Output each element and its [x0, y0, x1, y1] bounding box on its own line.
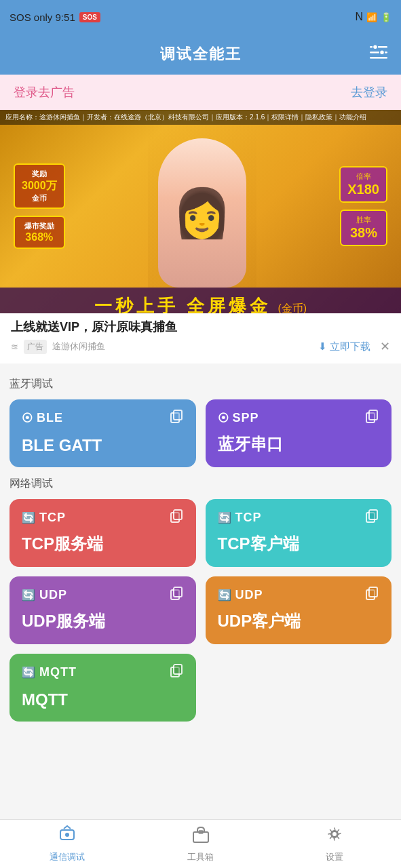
go-login-button[interactable]: 去登录	[351, 84, 387, 100]
rate2-num: 38%	[348, 225, 379, 241]
ble-gatt-button[interactable]: ⦿ BLE BLE GATT	[9, 399, 196, 467]
ad-icon: ≋	[11, 342, 18, 352]
ad-top-bar: 应用名称：途游休闲捕鱼｜开发者：在线途游（北京）科技有限公司｜应用版本：2.1.…	[0, 110, 401, 125]
spp-button[interactable]: ⦿ SPP 蓝牙串口	[206, 399, 392, 467]
nav-settings[interactable]: 设置	[267, 825, 401, 863]
settings-nav-icon	[325, 825, 344, 848]
nav-toolbox[interactable]: 工具箱	[134, 825, 267, 863]
svg-rect-6	[174, 410, 182, 420]
download-text: 立即下载	[330, 340, 370, 353]
mqtt-icon: 🔄	[22, 666, 36, 679]
ad-title: 上线就送VIP，原汁原味真捕鱼	[0, 313, 401, 338]
copy-icon-tcp-client[interactable]	[364, 509, 379, 527]
download-icon: ⬇	[318, 340, 327, 353]
bottom-nav: 通信调试 工具箱 设置	[0, 819, 401, 868]
nfc-icon: N	[355, 11, 363, 23]
tcp-client-badge: 🔄 TCP	[218, 511, 262, 525]
prize2-label: 爆市奖励	[22, 221, 57, 231]
ad-banner: 登录去广告 去登录	[0, 75, 401, 110]
status-bar: SOS only 9:51 SOS N 📶 🔋	[0, 0, 401, 34]
mqtt-badge: 🔄 MQTT	[22, 665, 77, 679]
copy-icon-udp-server[interactable]	[169, 586, 184, 604]
svg-rect-18	[174, 665, 182, 674]
prize-unit: 金币	[22, 193, 57, 203]
ble-btn-top: ⦿ BLE	[22, 409, 184, 427]
ad-prizes-right: 倍率 X180 胜率 38%	[339, 166, 387, 246]
udp-server-top: 🔄 UDP	[22, 586, 184, 604]
prize-box-1: 奖励 3000万 金币	[14, 163, 65, 209]
network-grid: 🔄 TCP TCP服务端 🔄 TCP	[9, 499, 392, 644]
mqtt-badge-text: MQTT	[39, 665, 77, 679]
udp-server-name: UDP服务端	[22, 610, 184, 632]
ad-slogan-sub: (金币)	[278, 302, 307, 313]
spp-badge: ⦿ SPP	[218, 411, 259, 425]
copy-icon-udp-client[interactable]	[364, 586, 379, 604]
comm-icon	[58, 825, 77, 848]
ad-close-button[interactable]: ✕	[380, 339, 390, 354]
status-icons: N 📶 🔋	[355, 11, 392, 23]
svg-rect-14	[174, 587, 182, 597]
ad-center: 奖励 3000万 金币 爆市奖励 368% 👩 倍率 X180	[0, 125, 401, 288]
copy-icon-tcp-server[interactable]	[169, 509, 184, 527]
udp-client-button[interactable]: 🔄 UDP UDP客户端	[206, 576, 392, 644]
wifi-icon: 🔋	[381, 12, 392, 22]
app-title: 调试全能王	[160, 44, 242, 64]
udp-client-badge-text: UDP	[235, 588, 263, 602]
ad-slogan-main: 一秒上手 全屏爆金	[94, 296, 271, 313]
prize-num: 3000万	[22, 179, 57, 193]
ad-source-row: ≋ 广告 途游休闲捕鱼 ⬇ 立即下载 ✕	[0, 338, 401, 354]
udp-server-icon: 🔄	[22, 589, 36, 601]
tcp-server-badge-text: TCP	[39, 511, 66, 525]
tcp-client-badge-text: TCP	[235, 511, 262, 525]
mqtt-name: MQTT	[22, 690, 184, 709]
tcp-client-button[interactable]: 🔄 TCP TCP客户端	[206, 499, 392, 567]
bluetooth-spp-icon: ⦿	[218, 412, 229, 425]
svg-rect-16	[369, 587, 377, 597]
ad-bottom-text: 一秒上手 全屏爆金 (金币)	[0, 288, 401, 313]
ad-card: 应用名称：途游休闲捕鱼｜开发者：在线途游（北京）科技有限公司｜应用版本：2.1.…	[0, 110, 401, 363]
svg-rect-12	[369, 510, 377, 519]
rate-box-2: 胜率 38%	[340, 210, 387, 246]
ad-source-left: ≋ 广告 途游休闲捕鱼	[11, 340, 105, 354]
mqtt-top: 🔄 MQTT	[22, 663, 184, 682]
ble-name: BLE GATT	[22, 436, 184, 455]
settings-icon[interactable]	[370, 45, 387, 64]
ad-info-text: 应用名称：途游休闲捕鱼｜开发者：在线途游（北京）科技有限公司｜应用版本：2.1.…	[5, 113, 366, 121]
udp-server-button[interactable]: 🔄 UDP UDP服务端	[9, 576, 196, 644]
prize2-pct: 368%	[22, 231, 57, 243]
udp-server-badge-text: UDP	[39, 588, 67, 602]
svg-rect-2	[370, 57, 387, 59]
nav-comm[interactable]: 通信调试	[0, 825, 134, 863]
prize-label: 奖励	[22, 169, 57, 179]
header: 调试全能王	[0, 34, 401, 75]
copy-icon-mqtt[interactable]	[169, 663, 184, 682]
svg-rect-10	[174, 510, 182, 519]
carrier-text: SOS only 9:51	[9, 12, 75, 23]
download-button[interactable]: ⬇ 立即下载	[318, 340, 370, 353]
ad-image[interactable]: 应用名称：途游休闲捕鱼｜开发者：在线途游（北京）科技有限公司｜应用版本：2.1.…	[0, 110, 401, 313]
copy-icon-ble[interactable]	[169, 409, 184, 427]
copy-icon-spp[interactable]	[364, 409, 379, 427]
ble-badge: ⦿ BLE	[22, 411, 63, 425]
rate-box-1: 倍率 X180	[339, 166, 387, 203]
svg-point-20	[65, 833, 69, 837]
mqtt-button[interactable]: 🔄 MQTT MQTT	[9, 654, 196, 722]
svg-rect-8	[369, 410, 377, 420]
status-carrier: SOS only 9:51 SOS	[9, 12, 100, 23]
tcp-server-top: 🔄 TCP	[22, 509, 184, 527]
udp-server-badge: 🔄 UDP	[22, 588, 67, 602]
tcp-server-button[interactable]: 🔄 TCP TCP服务端	[9, 499, 196, 567]
rate2-label: 胜率	[348, 215, 379, 225]
rate1-num: X180	[347, 182, 379, 197]
tcp-client-top: 🔄 TCP	[218, 509, 380, 527]
toolbox-icon	[191, 825, 210, 848]
bluetooth-grid: ⦿ BLE BLE GATT ⦿ SPP	[9, 399, 392, 467]
network-section-label: 网络调试	[9, 477, 392, 491]
prize-box-2: 爆市奖励 368%	[14, 216, 65, 249]
tcp-server-badge: 🔄 TCP	[22, 511, 66, 525]
udp-client-icon: 🔄	[218, 589, 232, 601]
login-ad-button[interactable]: 登录去广告	[14, 84, 75, 100]
bluetooth-section-label: 蓝牙调试	[9, 377, 392, 391]
ble-badge-text: BLE	[37, 411, 63, 425]
comm-label: 通信调试	[50, 851, 85, 863]
